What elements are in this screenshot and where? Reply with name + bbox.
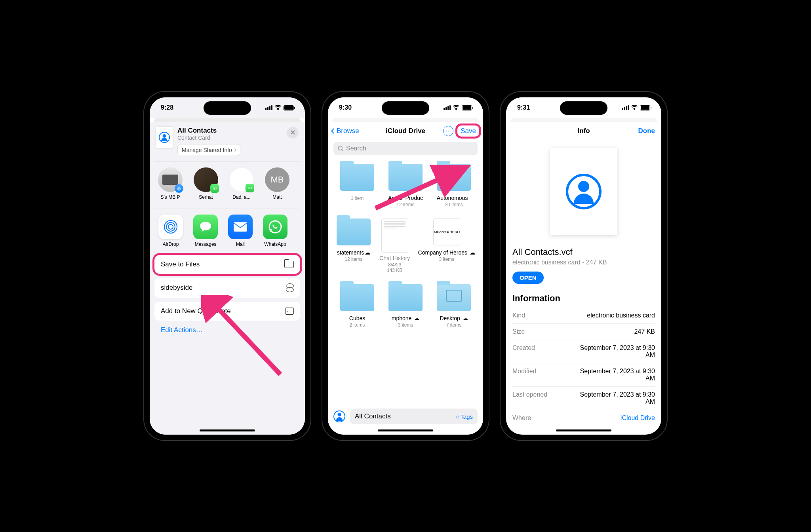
screen-2: 9:30 Browse iCloud Drive ⋯ Save Search xyxy=(328,97,483,435)
contact-label: Dad, a... xyxy=(232,194,250,200)
whatsapp-app[interactable]: WhatsApp xyxy=(261,215,290,247)
info-table: Kindelectronic business card Size247 KB … xyxy=(512,308,655,426)
folder-icon xyxy=(340,284,374,311)
file-meta: 12 items xyxy=(396,202,414,207)
back-label: Browse xyxy=(337,127,359,135)
battery-icon xyxy=(640,105,650,110)
tags-button[interactable]: ○Tags xyxy=(456,413,473,420)
file-name: statements☁ xyxy=(337,249,370,256)
contact-item[interactable]: MB Matt xyxy=(263,167,291,205)
sheet-behind-indicator xyxy=(332,118,479,122)
manage-shared-info-button[interactable]: Manage Shared Info xyxy=(177,144,240,156)
edit-actions-link[interactable]: Edit Actions… xyxy=(154,323,300,337)
airdrop-app[interactable]: AirDrop xyxy=(156,215,185,247)
mail-app[interactable]: Mail xyxy=(226,215,255,247)
add-to-quick-note-button[interactable]: Add to New Quick Note xyxy=(154,302,300,321)
home-indicator[interactable] xyxy=(378,429,433,431)
file-item[interactable]: COMPANY★HEROESCompany of Heroes ☁3 items xyxy=(418,218,475,273)
layers-icon xyxy=(285,283,294,292)
file-item[interactable]: Desktop ☁7 items xyxy=(432,284,475,328)
chevron-right-icon xyxy=(233,148,236,152)
document-icon xyxy=(381,218,408,253)
cloud-icon: ☁ xyxy=(470,249,475,256)
info-key: Where xyxy=(512,414,531,422)
phone-2: 9:30 Browse iCloud Drive ⋯ Save Search xyxy=(322,92,489,440)
open-button[interactable]: OPEN xyxy=(512,272,544,284)
share-apps-row[interactable]: AirDrop Messages Mail xyxy=(154,209,300,253)
nav-title: Info xyxy=(577,127,590,135)
status-icons xyxy=(444,105,472,110)
info-row: CreatedSeptember 7, 2023 at 9:30 AM xyxy=(512,340,655,363)
status-icons xyxy=(622,105,650,110)
file-item[interactable]: Autonomous_20 items xyxy=(432,164,475,207)
contact-item[interactable]: ◎ S's MB P xyxy=(156,167,185,205)
svg-point-1 xyxy=(166,222,175,231)
home-indicator[interactable] xyxy=(200,429,255,431)
file-item[interactable]: Cubes2 items xyxy=(336,284,379,328)
file-name: Company of Heroes ☁ xyxy=(418,249,475,256)
battery-icon xyxy=(462,105,472,110)
info-row: Last openedSeptember 7, 2023 at 9:30 AM xyxy=(512,387,655,410)
contact-item[interactable]: ✉ Dad, a... xyxy=(227,167,256,205)
save-to-files-button[interactable]: Save to Files xyxy=(154,255,300,274)
file-name: Chat History xyxy=(379,255,410,261)
nav-title: iCloud Drive xyxy=(386,127,425,135)
nav-bar: Info Done xyxy=(506,122,661,140)
more-options-button[interactable]: ⋯ xyxy=(443,126,453,136)
file-item[interactable]: Chat History8/4/23143 KB xyxy=(377,218,413,273)
airdrop-icon xyxy=(158,215,183,239)
contact-card-icon xyxy=(156,127,173,148)
svg-rect-4 xyxy=(234,222,247,232)
messages-app[interactable]: Messages xyxy=(191,215,220,247)
cloud-icon: ☁ xyxy=(463,315,468,321)
save-button[interactable]: Save xyxy=(457,125,479,137)
where-link[interactable]: iCloud Drive xyxy=(621,414,655,422)
contact-label: Serhat xyxy=(199,194,213,200)
info-row: Kindelectronic business card xyxy=(512,308,655,324)
person-circle-icon xyxy=(159,132,170,143)
info-key: Kind xyxy=(512,312,525,319)
sidebyside-button[interactable]: sidebyside xyxy=(154,278,300,298)
airdrop-contacts-row[interactable]: ◎ S's MB P ✆ Serhat ✉ Dad, a... MB Matt xyxy=(154,162,300,209)
home-indicator[interactable] xyxy=(556,429,611,431)
file-name: Desktop ☁ xyxy=(440,315,468,321)
airdrop-badge-icon: ◎ xyxy=(175,184,183,193)
folder-icon xyxy=(437,164,471,191)
filename: All Contacts.vcf xyxy=(512,247,655,257)
contact-avatar: ✆ xyxy=(194,167,218,192)
files-grid[interactable]: 1 item Apple_Produc12 items Autonomous_2… xyxy=(328,160,483,405)
file-item[interactable]: mphone ☁3 items xyxy=(384,284,427,328)
file-meta: 1 item xyxy=(351,196,364,201)
folder-icon xyxy=(337,218,371,245)
file-meta: 2 items xyxy=(350,322,365,328)
thumbnail-wrap xyxy=(512,140,655,247)
search-input[interactable]: Search xyxy=(333,142,478,155)
info-value: September 7, 2023 at 9:30 AM xyxy=(569,368,655,382)
info-content[interactable]: All Contacts.vcf electronic business car… xyxy=(506,140,661,435)
back-button[interactable]: Browse xyxy=(332,127,359,135)
share-sheet: All Contacts Contact Card Manage Shared … xyxy=(150,122,305,435)
info-value: 247 KB xyxy=(634,328,655,335)
messages-badge-icon: ✉ xyxy=(246,184,254,192)
done-button[interactable]: Done xyxy=(638,127,655,135)
file-item[interactable]: 1 item xyxy=(336,164,379,207)
dynamic-island xyxy=(560,101,607,115)
close-button[interactable]: ✕ xyxy=(287,127,299,139)
file-meta: 3 items xyxy=(398,322,413,328)
file-name: Apple_Produc xyxy=(388,195,423,201)
screen-1: 9:28 All Contacts Contact Card Manage Sh… xyxy=(150,97,305,435)
chip-label: All Contacts xyxy=(355,412,391,420)
filename-chip[interactable]: All Contacts ○Tags xyxy=(350,408,478,424)
contact-item[interactable]: Mon 2 xyxy=(299,167,300,205)
status-icons xyxy=(265,105,294,110)
device-avatar: ◎ xyxy=(158,167,183,192)
battery-icon xyxy=(284,105,294,110)
file-meta: 8/4/23 xyxy=(388,262,401,268)
contact-item[interactable]: ✆ Serhat xyxy=(192,167,220,205)
wifi-icon xyxy=(631,105,638,110)
file-item[interactable]: statements☁12 items xyxy=(336,218,371,273)
file-item[interactable]: Apple_Produc12 items xyxy=(384,164,427,207)
clock: 9:28 xyxy=(161,104,173,111)
search-placeholder: Search xyxy=(346,145,366,152)
info-key: Created xyxy=(512,344,535,352)
